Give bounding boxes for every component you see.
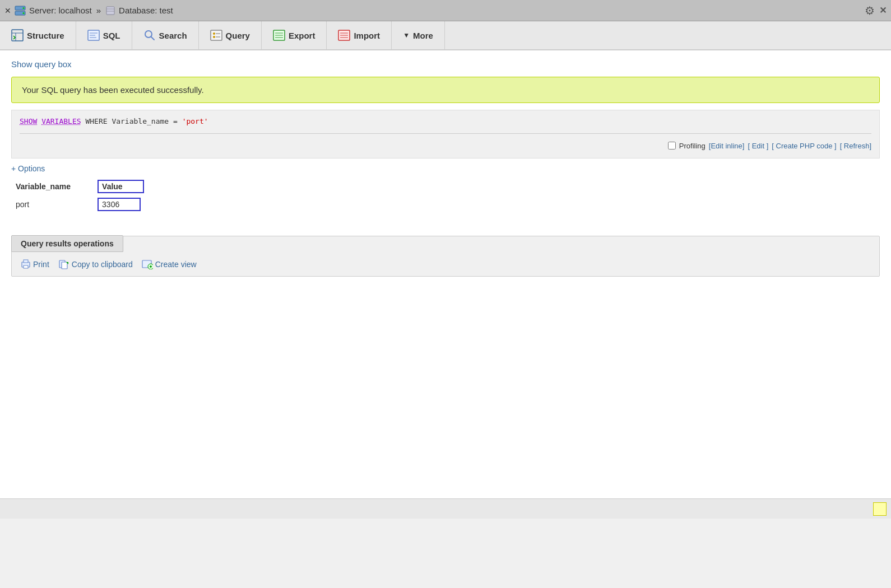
show-query-box-link[interactable]: Show query box xyxy=(11,59,880,69)
sql-show-keyword: SHOW xyxy=(20,117,37,125)
svg-point-17 xyxy=(213,32,215,35)
refresh-link[interactable]: [ Refresh] xyxy=(840,142,871,150)
query-tab-icon xyxy=(210,29,222,41)
tab-structure-label: Structure xyxy=(27,31,64,40)
tab-export[interactable]: Export xyxy=(262,21,327,49)
tab-import[interactable]: Import xyxy=(327,21,392,49)
db-label: Database: test xyxy=(119,6,173,15)
create-view-link[interactable]: Create view xyxy=(142,259,197,269)
sql-code-block: SHOW VARIABLES WHERE Variable_name = 'po… xyxy=(20,116,871,134)
edit-inline-link[interactable]: [Edit inline] xyxy=(709,142,745,150)
title-bar-left: ✕ Server: localhost » Database: test xyxy=(4,6,173,16)
svg-point-3 xyxy=(23,12,25,14)
tab-sql-label: SQL xyxy=(103,31,120,40)
table-header-row: Variable_name Value xyxy=(11,178,166,195)
svg-rect-30 xyxy=(24,260,28,263)
create-php-link[interactable]: [ Create PHP code ] xyxy=(772,142,836,150)
success-message: Your SQL query has been executed success… xyxy=(11,77,880,103)
query-results-operations: Query results operations Print Copy to c… xyxy=(11,236,880,277)
svg-line-15 xyxy=(151,37,154,40)
tab-query-label: Query xyxy=(226,31,250,40)
tab-import-label: Import xyxy=(354,31,380,40)
col-value-header: Value xyxy=(93,178,166,195)
svg-rect-16 xyxy=(211,30,222,40)
tab-search-label: Search xyxy=(159,31,187,40)
more-dropdown-icon: ▼ xyxy=(403,31,410,39)
cell-variable-name: port xyxy=(11,195,93,213)
cell-value: 3306 xyxy=(93,195,166,213)
tab-export-label: Export xyxy=(289,31,315,40)
svg-rect-31 xyxy=(24,265,28,268)
maximize-icon[interactable]: ✕ xyxy=(879,5,887,16)
db-icon xyxy=(105,6,115,16)
options-link[interactable]: + Options xyxy=(11,164,880,173)
profiling-row: Profiling [Edit inline] [ Edit ] [ Creat… xyxy=(20,139,871,150)
operations-body: Print Copy to clipboard Cre xyxy=(12,253,879,276)
svg-rect-33 xyxy=(62,262,67,269)
sql-display-area: SHOW VARIABLES WHERE Variable_name = 'po… xyxy=(11,110,880,158)
results-table: Variable_name Value port 3306 xyxy=(11,178,166,213)
tab-more[interactable]: ▼ More xyxy=(392,21,445,49)
table-row: port 3306 xyxy=(11,195,166,213)
svg-rect-4 xyxy=(106,7,114,15)
tab-query[interactable]: Query xyxy=(199,21,262,49)
gear-icon[interactable]: ⚙ xyxy=(865,4,875,17)
title-bar-right: ⚙ ✕ xyxy=(865,4,887,17)
breadcrumb-separator: » xyxy=(96,6,101,15)
col-variable-name-header: Variable_name xyxy=(11,178,93,195)
tab-bar: Structure SQL Search Query xyxy=(0,21,891,50)
copy-icon xyxy=(58,259,69,269)
copy-clipboard-link[interactable]: Copy to clipboard xyxy=(58,259,133,269)
structure-tab-icon xyxy=(11,29,24,41)
footer xyxy=(0,498,891,519)
edit-link[interactable]: [ Edit ] xyxy=(748,142,768,150)
sql-equals: = xyxy=(173,117,178,125)
server-icon xyxy=(15,6,26,16)
import-tab-icon xyxy=(338,29,350,41)
main-content: Show query box Your SQL query has been e… xyxy=(0,50,891,498)
profiling-label: Profiling xyxy=(679,142,706,150)
profiling-checkbox[interactable] xyxy=(668,142,676,150)
print-link[interactable]: Print xyxy=(21,259,49,269)
svg-point-2 xyxy=(23,7,25,9)
create-view-icon xyxy=(142,259,153,269)
operations-title: Query results operations xyxy=(11,235,123,252)
export-tab-icon xyxy=(273,29,285,41)
close-icon[interactable]: ✕ xyxy=(4,6,11,15)
tab-sql[interactable]: SQL xyxy=(76,21,132,49)
tab-search[interactable]: Search xyxy=(132,21,199,49)
tab-more-label: More xyxy=(413,31,433,40)
sql-tab-icon xyxy=(87,29,100,41)
search-tab-icon xyxy=(143,29,156,41)
sql-variables-keyword: VARIABLES xyxy=(41,117,81,125)
note-icon xyxy=(873,502,887,516)
svg-point-18 xyxy=(213,36,215,38)
server-label: Server: localhost xyxy=(29,6,92,15)
sql-port-string: 'port' xyxy=(182,117,208,125)
sql-variable-name-col: Variable_name xyxy=(112,117,169,125)
tab-structure[interactable]: Structure xyxy=(0,21,76,49)
sql-where-plain: WHERE xyxy=(85,117,107,125)
print-icon xyxy=(21,259,31,269)
title-bar: ✕ Server: localhost » Database: test ⚙ ✕ xyxy=(0,0,891,21)
